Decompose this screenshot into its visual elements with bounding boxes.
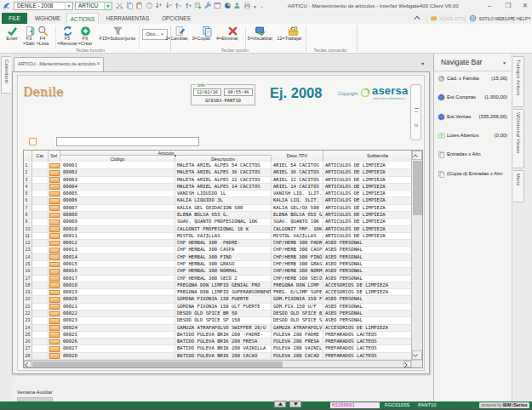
help-icon[interactable]: ? [146,2,153,9]
sidebar-tab-calendario[interactable]: Calendario [1,56,11,94]
table-row[interactable]: 400004MALETA ARIEL ALPES 14 CACITOSARIEL… [24,184,411,191]
ribbon-tab-wghome[interactable]: WGHOME [31,13,65,24]
ribbon-button-12-trabajar[interactable]: 12=Trabajar [273,26,312,42]
chevron-down-icon[interactable]: ▼ [528,16,531,20]
user-icon[interactable] [233,2,241,9]
table-row[interactable]: 700007KALIA GEL OXIDACION 500KALIA GEL/O… [24,205,411,212]
sel-input[interactable] [49,226,60,232]
sel-input[interactable] [49,219,60,225]
navigate-bar-item[interactable]: Cad. x Familia(15,00) [434,74,512,89]
column-header-cat[interactable]: Cat [32,151,49,162]
column-header-subfamilia[interactable]: Subfamilia [323,151,411,162]
sel-input[interactable] [49,304,60,310]
paste-icon[interactable] [135,2,143,9]
sidebar-tab-menu[interactable]: Menú [513,170,524,202]
column-header-desctpv[interactable]: Desc.TPV [272,151,323,162]
printer-dropdown-icon[interactable]: ▼ [253,4,257,9]
sel-input[interactable] [49,353,60,359]
cell-sel[interactable] [49,247,61,253]
chevron-down-icon[interactable]: ▼ [104,3,112,9]
ribbon-button-f15-subconjunto[interactable]: F15=Subconjunto [98,26,137,42]
cell-sel[interactable] [49,254,61,260]
navigate-bar-item[interactable]: Est.Ventas(335.256,00) [434,112,512,128]
cell-sel[interactable] [49,261,61,267]
cell-sel[interactable] [49,162,61,168]
printer-icon[interactable] [243,2,251,9]
table-row[interactable]: 2100021GOMINA FIXONIA 150 ULT FUERTEGOM.… [24,304,411,310]
vertical-scrollbar[interactable] [411,151,422,360]
sel-input[interactable] [49,177,60,183]
time-field[interactable]: 08:55:46 [224,88,253,96]
navigate-bar-item[interactable]: Est.Compras(1.900,00) [434,93,512,108]
collapse-ribbon-icon[interactable] [414,15,420,20]
scroll-left-icon[interactable] [24,361,31,367]
sel-input[interactable] [49,325,60,331]
cell-sel[interactable] [49,304,61,310]
ribbon-tab-actions[interactable]: ACTIONS [66,13,99,24]
sel-input[interactable] [49,318,60,324]
table-row[interactable]: 1100011MISTOL VAJILLASMISTOL VAJILLASART… [24,233,411,240]
cell-sel[interactable] [49,240,61,246]
navigate-bar-item[interactable]: Lotes Abiertos(0,00) [434,131,512,146]
cell-sel[interactable] [49,184,61,190]
sel-input[interactable] [49,282,60,288]
cell-sel[interactable] [49,310,61,316]
cell-sel[interactable] [49,296,61,302]
workspace-combo[interactable]: DENILE - 2008 ▼ [14,2,73,10]
cell-sel[interactable] [49,226,61,232]
restore-button[interactable]: ❐ [501,0,516,12]
table-row[interactable]: 2200022DESOD OLD SPICE BR 50DESOD OLD SP… [24,310,411,317]
document-tab[interactable]: ARTICU - Mantenimiento de artículos ✕ [14,57,104,71]
sel-input[interactable] [49,163,60,169]
copy-icon[interactable] [126,2,134,9]
cell-sel[interactable] [49,177,61,183]
sort-up-minus-icon[interactable] [174,2,182,9]
cell-sel[interactable] [49,353,61,359]
column-header-codigo[interactable]: Código [60,157,175,162]
cell-sel[interactable] [49,205,61,211]
page-down-button[interactable] [289,401,301,407]
sort-down-plus-icon[interactable] [155,2,163,9]
navigate-bar-item[interactable]: (Copia d) Entradas x Alm [434,169,512,185]
column-group-articulo[interactable]: Artículo [60,151,272,156]
vertical-scroll-thumb[interactable] [413,161,422,215]
cell-sel[interactable] [49,233,61,239]
pie-chart-icon[interactable] [224,2,232,9]
cell-sel[interactable] [49,325,61,331]
close-tab-icon[interactable]: ✕ [96,58,100,71]
table-row[interactable]: 500005VANISH LIQUIDO 1LVANISH LIQ. 1LIT.… [24,191,411,197]
cell-sel[interactable] [49,219,61,225]
table-row[interactable]: 2000020GOMINA FIXONIA 150 FUERTEGOM.FIXO… [24,296,411,303]
cell-sel[interactable] [49,268,61,274]
help-menu[interactable]: HELP [517,16,528,21]
sel-input[interactable] [49,191,60,197]
sel-input[interactable] [49,233,60,239]
xgate-attn-icon[interactable] [430,15,438,21]
close-button[interactable]: ✕ [519,0,531,12]
command-combo[interactable]: ARTICU ▼ [75,2,112,10]
sel-input[interactable] [49,297,60,303]
page-up-button[interactable] [274,401,286,407]
filter-input[interactable] [56,137,199,146]
sel-input[interactable] [49,262,60,268]
sel-input[interactable] [49,213,60,219]
table-row[interactable]: 1500015CHP HERBAL 300 GRASOCHP/HERB 300 … [24,261,411,268]
table-row[interactable]: 1200012CHP HERBAL 300 -PADRE-CHP/HERB 30… [24,240,411,247]
table-row[interactable]: 2800028BATIDO PULEVA BRIK 200 CACAOPULEV… [24,353,411,360]
cell-sel[interactable] [49,332,61,338]
table-row[interactable]: 200002MALETA ARIEL ALPES 36 CACITOSARIEL… [24,169,411,176]
sel-input[interactable] [49,248,60,253]
sel-input[interactable] [49,170,60,176]
sel-input[interactable] [49,290,60,296]
sel-input[interactable] [49,276,60,282]
table-row[interactable]: 1800018FREGONA DON LIMPIO GENIAL PROFREG… [24,282,411,289]
table-row[interactable]: 1300013CHP HERBAL 300 CASPACHP/HERB 300 … [24,247,411,253]
table-row[interactable]: 1400014CHP HERBAL 300 FINOCHP/HERB 300 F… [24,254,411,261]
window-view-icon[interactable] [214,2,221,9]
table-row[interactable]: 800008ELENA BOLSA 655 G.ELENA BOLSA 655 … [24,212,411,219]
table-row[interactable]: 900009SUAV. QUANTO PROFESIONAL 10KSUAV. … [24,219,411,225]
table-row[interactable]: 1000010CALGONIT PROFESIONAL 10 KCALGONIT… [24,226,411,233]
sort-down-icon[interactable] [165,2,173,9]
table-row[interactable]: 1700017CHP HERBAL 300 SECO 2CHP/HERB 300… [24,276,411,282]
customize-qat-icon[interactable]: ⌄ [260,3,264,9]
